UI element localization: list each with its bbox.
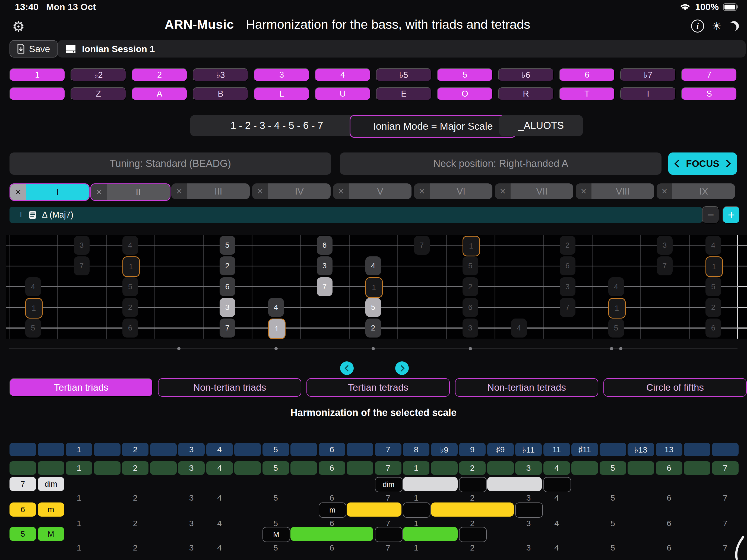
extension-cell[interactable] [150,443,177,456]
fretboard-note-degree-4[interactable]: 4 [511,319,527,338]
close-x-icon[interactable]: × [10,184,26,200]
fretboard-note-degree-6[interactable]: 6 [463,298,478,317]
fretboard-note-degree-2[interactable]: 2 [560,236,575,255]
scale-letter-key-A[interactable]: A [132,87,187,100]
extension-cell[interactable] [600,443,626,456]
chord-tone-pill[interactable] [515,503,543,518]
scale-letter-key-T[interactable]: T [559,87,615,100]
position-tab-VIII[interactable]: ×VIII [576,183,654,199]
scale-degrees-summary[interactable]: 1 - 2 - 3 - 4 - 5 - 6 - 7 [190,115,364,136]
close-x-icon[interactable]: × [576,183,591,199]
fretboard-note-degree-6[interactable]: 6 [560,257,575,275]
scale-letter-key-S[interactable]: S [681,87,737,100]
fretboard-note-degree-1[interactable]: 1 [705,257,723,277]
scale-degree-key-3[interactable]: 3 [254,69,309,81]
scale-letter-key-I[interactable]: I [620,87,676,100]
chord-tone-pill[interactable] [543,477,571,492]
fretboard-note-degree-5[interactable]: 5 [608,319,624,338]
fretboard-note-degree-1[interactable]: 1 [123,257,140,277]
fretboard-note-degree-1[interactable]: 1 [268,319,286,339]
fretboard-note-degree-1[interactable]: 1 [463,236,480,257]
chord-root-pill-M[interactable]: M [262,527,290,542]
extension-cell[interactable]: 6 [319,443,345,456]
fretboard-note-degree-5[interactable]: 5 [25,319,41,338]
close-x-icon[interactable]: × [656,183,672,199]
extension-cell[interactable] [9,443,36,456]
close-x-icon[interactable]: × [414,183,430,199]
degree-cell[interactable]: 5 [600,461,626,475]
extension-cell[interactable]: 5 [262,443,289,456]
fretboard-note-degree-3[interactable]: 3 [220,298,235,317]
next-position-button[interactable] [395,362,409,375]
fretboard-note-degree-7[interactable]: 7 [74,257,89,275]
fretboard-note-degree-7[interactable]: 7 [317,277,333,296]
extension-cell[interactable]: 4 [206,443,233,456]
fretboard-note-degree-6[interactable]: 6 [220,277,235,296]
chord-tone-pill[interactable] [375,527,403,542]
scale-letter-key-R[interactable]: R [498,87,554,100]
degree-cell[interactable] [150,461,177,475]
scale-degree-key-2[interactable]: 2 [132,69,187,81]
close-x-icon[interactable]: × [91,184,107,200]
scale-degree-key-1[interactable]: 1 [9,69,65,81]
scale-letter-key-B[interactable]: B [193,87,248,100]
extension-cell[interactable]: 3 [178,443,205,456]
extension-cell[interactable]: ♭9 [431,443,458,456]
scale-letter-key-_[interactable]: _ [9,87,65,100]
scale-degree-key-5[interactable]: 5 [437,69,493,81]
neck-position-selector[interactable]: Neck position: Right-handed A [340,153,662,175]
scale-letter-key-U[interactable]: U [315,87,370,100]
scale-degree-key-♭3[interactable]: ♭3 [193,69,248,81]
scale-letter-key-L[interactable]: L [254,87,309,100]
fretboard-note-degree-1[interactable]: 1 [25,298,43,319]
tuning-selector[interactable]: Tuning: Standard (BEADG) [9,153,331,175]
fretboard-note-degree-3[interactable]: 3 [74,236,89,255]
degree-cell[interactable] [234,461,261,475]
fretboard-note-degree-2[interactable]: 2 [123,298,138,317]
position-tab-VII[interactable]: ×VII [495,183,573,199]
extension-cell[interactable] [94,443,121,456]
chord-legend-M[interactable]: M [38,527,64,541]
extension-cell[interactable]: 11 [543,443,570,456]
fretboard-note-degree-2[interactable]: 2 [463,277,478,296]
degree-cell[interactable]: 3 [515,461,542,475]
fretboard-note-degree-1[interactable]: 1 [365,277,383,298]
fretboard-note-degree-2[interactable]: 2 [365,319,381,338]
extension-cell[interactable]: 2 [122,443,149,456]
light-mode-icon[interactable]: ☀ [712,21,721,31]
extension-cell[interactable] [38,443,64,456]
close-x-icon[interactable]: × [252,183,268,199]
scale-degree-key-4[interactable]: 4 [315,69,370,81]
degree-cell[interactable]: 1 [66,461,92,475]
remove-chord-button[interactable]: − [702,206,719,223]
fretboard-note-degree-2[interactable]: 2 [705,298,721,317]
degree-cell[interactable] [9,461,36,475]
scale-letter-key-E[interactable]: E [376,87,432,100]
fretboard-note-degree-4[interactable]: 4 [608,277,624,296]
chord-legend-5[interactable]: 5 [9,527,36,541]
degree-cell[interactable]: 1 [403,461,430,475]
fretboard-note-degree-6[interactable]: 6 [317,236,333,255]
view-tab-tertian-tetrads[interactable]: Tertian tetrads [306,378,450,397]
degree-cell[interactable]: 6 [656,461,682,475]
degree-cell[interactable] [487,461,514,475]
extension-cell[interactable] [712,443,739,456]
fretboard-note-degree-5[interactable]: 5 [365,298,381,317]
scale-degree-key-6[interactable]: 6 [559,69,615,81]
degree-cell[interactable] [94,461,121,475]
fretboard-note-degree-6[interactable]: 6 [123,319,138,338]
info-icon[interactable]: i [691,20,704,32]
degree-cell[interactable] [684,461,710,475]
close-x-icon[interactable]: × [495,183,511,199]
degree-cell[interactable]: 2 [459,461,486,475]
scale-degree-key-♭6[interactable]: ♭6 [498,69,554,81]
chord-legend-6[interactable]: 6 [9,503,36,516]
degree-cell[interactable]: 4 [543,461,570,475]
fretboard-note-degree-1[interactable]: 1 [608,298,626,319]
fretboard-note-degree-7[interactable]: 7 [414,236,430,255]
extension-cell[interactable]: 7 [375,443,402,456]
extension-cell[interactable]: ♭11 [515,443,542,456]
extension-cell[interactable]: 8 [403,443,430,456]
degree-cell[interactable] [571,461,598,475]
extension-cell[interactable]: ♯9 [487,443,514,456]
